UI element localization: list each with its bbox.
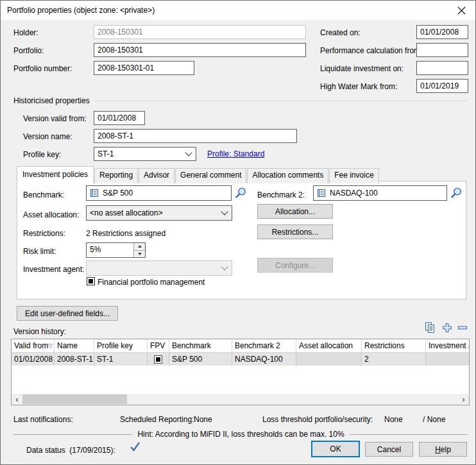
search-icon xyxy=(450,187,463,199)
portfolio-number-field[interactable]: 2008-150301-01 xyxy=(94,61,194,75)
profile-standard-link[interactable]: Profile: Standard xyxy=(207,149,264,158)
column-header-investment-agent[interactable]: Investment agent xyxy=(426,339,469,352)
cell-profile-key: ST-1 xyxy=(94,353,148,366)
profile-key-select[interactable]: ST-1 xyxy=(94,147,196,161)
loss-threshold-value: None xyxy=(384,415,403,424)
close-icon xyxy=(457,6,466,15)
search-icon xyxy=(234,187,247,199)
column-header-benchmark[interactable]: Benchmark xyxy=(169,339,232,352)
help-button[interactable]: Help xyxy=(419,442,467,457)
tab-fee-invoice[interactable]: Fee invoice xyxy=(329,168,378,183)
scroll-left-arrow[interactable]: ‹ xyxy=(12,394,22,404)
column-header-profile-key[interactable]: Profile key xyxy=(94,339,148,352)
group-divider xyxy=(94,101,468,101)
restrictions-value: 2 Restrictions assigned xyxy=(86,229,166,238)
tab-general-comment[interactable]: General comment xyxy=(175,168,246,183)
scrollbar-track[interactable] xyxy=(22,394,458,405)
benchmark2-search-button[interactable] xyxy=(450,187,463,199)
risk-limit-spinner[interactable]: 5% xyxy=(86,242,146,258)
spin-buttons xyxy=(133,243,145,257)
window-title: Portfolio properties (object zone: <priv… xyxy=(7,6,155,15)
table-row[interactable]: 01/01/2008 2008-ST-1 ST-1 S&P 500 NASDAQ… xyxy=(12,353,469,366)
benchmark-search-button[interactable] xyxy=(234,187,247,199)
column-header-fpv[interactable]: FPV xyxy=(148,339,169,352)
chevron-down-icon xyxy=(221,208,228,215)
column-header-valid-from[interactable]: Valid from ▽ xyxy=(12,339,55,352)
asset-allocation-value: <no asset allocation> xyxy=(90,208,222,217)
benchmark2-value: NASDAQ-100 xyxy=(330,189,378,198)
asset-allocation-select[interactable]: <no asset allocation> xyxy=(86,205,232,221)
investment-agent-select xyxy=(86,260,232,276)
benchmark-value: S&P 500 xyxy=(103,189,133,198)
risk-limit-label: Risk limit: xyxy=(23,247,56,256)
tab-allocation-comments[interactable]: Allocation comments xyxy=(247,168,328,183)
benchmark-item-icon xyxy=(90,189,99,198)
spin-down-button[interactable] xyxy=(134,251,145,258)
spin-up-button[interactable] xyxy=(134,243,145,251)
hint-divider-right xyxy=(350,434,468,435)
column-header-restrictions[interactable]: Restrictions xyxy=(362,339,426,352)
created-on-label: Created on: xyxy=(320,28,361,37)
scheduled-reporting-value: None xyxy=(194,415,212,424)
table-empty-area xyxy=(12,366,469,394)
cell-benchmark: S&P 500 xyxy=(169,353,232,366)
add-version-button[interactable] xyxy=(441,321,454,334)
high-water-mark-label: High Water Mark from: xyxy=(320,82,397,91)
hint-text: Hint: According to MiFID II, loss thresh… xyxy=(137,430,344,439)
liquidate-on-label: Liquidate investment on: xyxy=(320,64,404,73)
version-valid-from-label: Version valid from: xyxy=(23,114,87,123)
triangle-up-icon xyxy=(138,245,142,248)
historicised-properties-header: Historicised properties xyxy=(13,96,468,105)
benchmark-label: Benchmark: xyxy=(23,190,64,199)
holder-label: Holder: xyxy=(13,28,38,37)
column-header-asset-allocation[interactable]: Asset allocation xyxy=(296,339,362,352)
ok-button[interactable]: OK xyxy=(311,441,360,457)
close-button[interactable] xyxy=(452,3,470,17)
tab-reporting[interactable]: Reporting xyxy=(94,168,138,183)
cell-name: 2008-ST-1 xyxy=(55,353,94,366)
scroll-right-arrow[interactable]: › xyxy=(458,394,469,404)
copy-version-button[interactable] xyxy=(423,321,436,334)
hint-row: Hint: According to MiFID II, loss thresh… xyxy=(13,430,468,439)
tab-advisor[interactable]: Advisor xyxy=(139,168,174,183)
financial-portfolio-management-checkbox[interactable] xyxy=(87,277,95,285)
restrictions-button[interactable]: Restrictions... xyxy=(257,224,333,239)
created-on-field[interactable]: 01/01/2008 xyxy=(416,25,468,39)
checkbox-filled-mark xyxy=(156,357,160,362)
column-header-name[interactable]: Name xyxy=(55,339,94,352)
profile-key-value: ST-1 xyxy=(98,149,186,158)
chevron-down-icon xyxy=(221,263,228,270)
hint-divider-left xyxy=(13,434,132,435)
table-header: Valid from ▽ Name Profile key FPV Benchm… xyxy=(12,339,469,353)
investment-agent-label: Investment agent: xyxy=(23,265,84,274)
benchmark-field[interactable]: S&P 500 xyxy=(86,185,232,201)
minus-icon xyxy=(456,321,469,334)
titlebar: Portfolio properties (object zone: <priv… xyxy=(1,1,475,20)
loss-threshold-label: Loss threshold portfolio/security: xyxy=(262,415,373,424)
portfolio-field[interactable]: 2008-150301 xyxy=(94,43,306,57)
tab-investment-policies[interactable]: Investment policies xyxy=(17,166,94,184)
cell-restrictions: 2 xyxy=(362,353,426,366)
restrictions-label: Restrictions: xyxy=(23,229,65,238)
sort-descending-icon: ▽ xyxy=(48,342,53,349)
allocation-button[interactable]: Allocation... xyxy=(257,204,333,219)
performance-from-field[interactable] xyxy=(416,43,468,57)
cell-fpv xyxy=(148,353,169,366)
remove-version-button[interactable] xyxy=(456,321,469,334)
triangle-down-icon xyxy=(138,253,142,255)
version-name-field[interactable]: 2008-ST-1 xyxy=(94,129,297,143)
benchmark2-field[interactable]: NASDAQ-100 xyxy=(313,185,447,201)
liquidate-on-field[interactable] xyxy=(416,61,468,75)
version-valid-from-field[interactable]: 01/01/2008 xyxy=(94,111,145,125)
scrollbar-thumb[interactable] xyxy=(22,394,127,404)
horizontal-scrollbar[interactable]: ‹ › xyxy=(12,394,469,405)
fpv-checkbox xyxy=(154,355,162,364)
high-water-mark-field[interactable]: 01/01/2019 xyxy=(416,79,468,93)
column-header-benchmark2[interactable]: Benchmark 2 xyxy=(232,339,296,352)
cancel-button[interactable]: Cancel xyxy=(365,442,413,457)
portfolio-number-label: Portfolio number: xyxy=(13,64,72,73)
scheduled-reporting-label: Scheduled Reporting: xyxy=(120,415,194,424)
portfolio-properties-dialog: Portfolio properties (object zone: <priv… xyxy=(0,0,476,465)
edit-user-defined-fields-button[interactable]: Edit user-defined fields... xyxy=(17,306,118,321)
version-history-label: Version history: xyxy=(13,327,66,336)
